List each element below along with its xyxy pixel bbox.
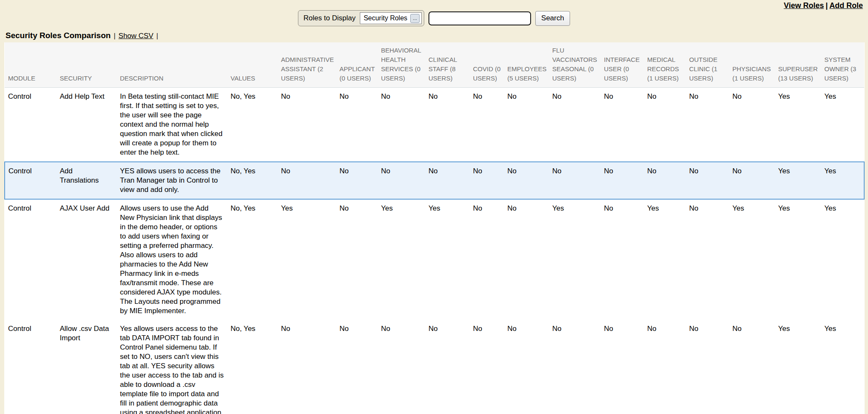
roles-to-display-group: Roles to Display Security Roles ... bbox=[298, 10, 424, 26]
cell-role-value: Yes bbox=[778, 199, 824, 320]
cell-role-value: Yes bbox=[778, 162, 824, 199]
show-csv-link[interactable]: Show CSV bbox=[119, 32, 153, 40]
cell-description: In Beta testing still-contact MIE first.… bbox=[120, 88, 231, 162]
cell-role-value: No bbox=[473, 162, 507, 199]
roles-select[interactable]: Security Roles ... bbox=[360, 12, 422, 24]
search-button[interactable]: Search bbox=[535, 11, 570, 26]
cell-role-value: No bbox=[507, 199, 552, 320]
cell-module: Control bbox=[5, 88, 60, 162]
cell-module: Control bbox=[5, 320, 60, 414]
cell-values: No, Yes bbox=[231, 320, 281, 414]
cell-role-value: No bbox=[428, 320, 473, 414]
security-roles-table: MODULESECURITYDESCRIPTIONVALUESADMINISTR… bbox=[4, 42, 865, 414]
roles-picker-button[interactable]: ... bbox=[410, 14, 420, 23]
column-header-description: DESCRIPTION bbox=[120, 42, 231, 88]
cell-description: Allows users to use the Add New Physicia… bbox=[120, 199, 231, 320]
cell-role-value: No bbox=[381, 320, 428, 414]
top-links-separator: | bbox=[824, 1, 829, 10]
column-header-system-owner-3-users: SYSTEM OWNER (3 USERS) bbox=[824, 42, 864, 88]
table-row: ControlAdd TranslationsYES allows users … bbox=[5, 162, 864, 199]
cell-role-value: No bbox=[604, 320, 647, 414]
cell-values: No, Yes bbox=[231, 88, 281, 162]
cell-role-value: No bbox=[647, 88, 689, 162]
cell-role-value: No bbox=[689, 88, 732, 162]
cell-role-value: No bbox=[473, 199, 507, 320]
cell-role-value: Yes bbox=[732, 199, 778, 320]
cell-role-value: No bbox=[339, 320, 381, 414]
cell-role-value: Yes bbox=[824, 320, 864, 414]
table-body: ControlAdd Help TextIn Beta testing stil… bbox=[5, 88, 864, 414]
cell-security: Add Translations bbox=[60, 162, 120, 199]
column-header-applicant-0-users: APPLICANT (0 USERS) bbox=[339, 42, 381, 88]
column-header-values: VALUES bbox=[231, 42, 281, 88]
cell-role-value: No bbox=[339, 162, 381, 199]
cell-role-value: No bbox=[552, 320, 604, 414]
cell-role-value: Yes bbox=[824, 162, 864, 199]
column-header-interface-user-0-users: INTERFACE USER (0 USERS) bbox=[604, 42, 647, 88]
table-header-row: MODULESECURITYDESCRIPTIONVALUESADMINISTR… bbox=[5, 42, 864, 88]
cell-role-value: No bbox=[507, 320, 552, 414]
cell-security: AJAX User Add bbox=[60, 199, 120, 320]
cell-role-value: No bbox=[647, 320, 689, 414]
column-header-covid-0-users: COVID (0 USERS) bbox=[473, 42, 507, 88]
cell-role-value: No bbox=[732, 162, 778, 199]
cell-role-value: No bbox=[473, 320, 507, 414]
heading-separator-1: | bbox=[114, 32, 115, 40]
cell-role-value: No bbox=[428, 88, 473, 162]
cell-security: Add Help Text bbox=[60, 88, 120, 162]
column-header-module: MODULE bbox=[5, 42, 60, 88]
column-header-outside-clinic-1-users: OUTSIDE CLINIC (1 USERS) bbox=[689, 42, 732, 88]
column-header-employees-5-users: EMPLOYEES (5 USERS) bbox=[507, 42, 552, 88]
heading-row: Security Roles Comparison | Show CSV | bbox=[6, 31, 868, 41]
cell-role-value: Yes bbox=[428, 199, 473, 320]
top-links-bar: View Roles|Add Role bbox=[0, 0, 868, 9]
cell-role-value: No bbox=[689, 320, 732, 414]
cell-role-value: Yes bbox=[381, 199, 428, 320]
cell-role-value: No bbox=[381, 88, 428, 162]
cell-role-value: Yes bbox=[778, 320, 824, 414]
view-roles-link[interactable]: View Roles bbox=[784, 1, 824, 10]
cell-role-value: Yes bbox=[552, 199, 604, 320]
cell-role-value: Yes bbox=[824, 199, 864, 320]
cell-role-value: No bbox=[507, 88, 552, 162]
cell-role-value: No bbox=[552, 162, 604, 199]
column-header-flu-vaccinators-seasonal-0-users: FLU VACCINATORS SEASONAL (0 USERS) bbox=[552, 42, 604, 88]
roles-to-display-label: Roles to Display bbox=[303, 14, 356, 22]
cell-module: Control bbox=[5, 199, 60, 320]
cell-role-value: No bbox=[604, 162, 647, 199]
cell-role-value: No bbox=[732, 320, 778, 414]
table-row: ControlAJAX User AddAllows users to use … bbox=[5, 199, 864, 320]
cell-description: YES allows users to access the Tran Mana… bbox=[120, 162, 231, 199]
page-title: Security Roles Comparison bbox=[6, 31, 111, 40]
cell-role-value: No bbox=[473, 88, 507, 162]
table-row: ControlAdd Help TextIn Beta testing stil… bbox=[5, 88, 864, 162]
column-header-superuser-13-users: SUPERUSER (13 USERS) bbox=[778, 42, 824, 88]
cell-role-value: No bbox=[281, 320, 339, 414]
column-header-behavioral-health-services-0-users: BEHAVIORAL HEALTH SERVICES (0 USERS) bbox=[381, 42, 428, 88]
column-header-medical-records-1-users: MEDICAL RECORDS (1 USERS) bbox=[647, 42, 689, 88]
cell-role-value: No bbox=[507, 162, 552, 199]
cell-role-value: Yes bbox=[281, 199, 339, 320]
cell-role-value: No bbox=[281, 162, 339, 199]
table-header: MODULESECURITYDESCRIPTIONVALUESADMINISTR… bbox=[5, 42, 864, 88]
table-row: ControlAllow .csv Data ImportYes allows … bbox=[5, 320, 864, 414]
cell-module: Control bbox=[5, 162, 60, 199]
column-header-clinical-staff-8-users: CLINICAL STAFF (8 USERS) bbox=[428, 42, 473, 88]
cell-role-value: No bbox=[339, 199, 381, 320]
cell-role-value: No bbox=[552, 88, 604, 162]
cell-role-value: Yes bbox=[778, 88, 824, 162]
cell-role-value: No bbox=[281, 88, 339, 162]
cell-security: Allow .csv Data Import bbox=[60, 320, 120, 414]
cell-role-value: Yes bbox=[824, 88, 864, 162]
cell-role-value: No bbox=[339, 88, 381, 162]
cell-role-value: No bbox=[689, 162, 732, 199]
cell-role-value: No bbox=[689, 199, 732, 320]
heading-separator-2: | bbox=[156, 32, 158, 40]
cell-role-value: No bbox=[732, 88, 778, 162]
cell-role-value: No bbox=[604, 199, 647, 320]
add-role-link[interactable]: Add Role bbox=[829, 1, 863, 10]
cell-values: No, Yes bbox=[231, 199, 281, 320]
search-input[interactable] bbox=[428, 11, 531, 25]
column-header-physicians-1-users: PHYSICIANS (1 USERS) bbox=[732, 42, 778, 88]
cell-role-value: No bbox=[604, 88, 647, 162]
